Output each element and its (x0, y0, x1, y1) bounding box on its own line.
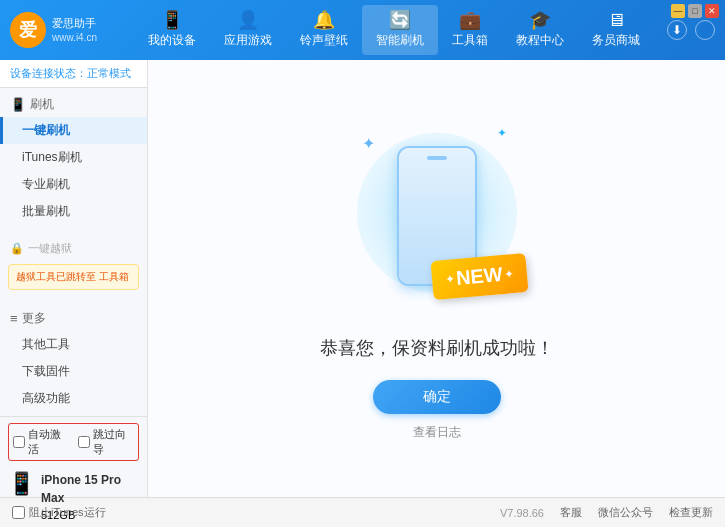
tutorial-icon: 🎓 (529, 11, 551, 29)
close-button[interactable]: ✕ (705, 4, 719, 18)
check-update-link[interactable]: 检查更新 (669, 505, 713, 520)
jailbreak-notice: 越狱工具已跳转至 工具箱 (8, 264, 139, 290)
more-section-header: ≡ 更多 (0, 306, 147, 331)
toolbox-icon: 💼 (459, 11, 481, 29)
version-label: V7.98.66 (500, 507, 544, 519)
apps-icon: 👤 (237, 11, 259, 29)
sidebar-item-download-firmware[interactable]: 下载固件 (0, 358, 147, 385)
service-icon: 🖥 (607, 11, 625, 29)
star-decoration-right: ✦ (497, 126, 507, 140)
download-button[interactable]: ⬇ (667, 20, 687, 40)
more-label: 更多 (22, 310, 46, 327)
content-area: ✦ ✦ NEW 恭喜您，保资料刷机成功啦！ 确定 查看日志 (148, 60, 725, 497)
window-controls: — □ ✕ (671, 4, 719, 18)
flash-section-label: 刷机 (30, 96, 54, 113)
main-container: 设备连接状态：正常模式 📱 刷机 一键刷机 iTunes刷机 专业刷机 批量刷机… (0, 60, 725, 497)
logo-text: 爱思助手 www.i4.cn (52, 16, 97, 43)
header-right: ⬇ 👤 (667, 20, 715, 40)
star-decoration-left: ✦ (362, 134, 375, 153)
auto-activate-checkbox[interactable]: 自动激活 (13, 427, 70, 457)
maximize-button[interactable]: □ (688, 4, 702, 18)
nav-label-service: 务员商城 (592, 32, 640, 49)
nav-item-apps-games[interactable]: 👤 应用游戏 (210, 5, 286, 55)
sidebar-item-itunes-flash[interactable]: iTunes刷机 (0, 144, 147, 171)
user-button[interactable]: 👤 (695, 20, 715, 40)
nav-label-ringtones: 铃声壁纸 (300, 32, 348, 49)
flash-icon: 🔄 (389, 11, 411, 29)
sidebar-item-pro-flash[interactable]: 专业刷机 (0, 171, 147, 198)
wechat-link[interactable]: 微信公众号 (598, 505, 653, 520)
confirm-button[interactable]: 确定 (373, 380, 501, 414)
more-section: ≡ 更多 其他工具 下载固件 高级功能 (0, 302, 147, 416)
header: 爱 爱思助手 www.i4.cn 📱 我的设备 👤 应用游戏 🔔 铃声壁纸 🔄 (0, 0, 725, 60)
nav-item-service[interactable]: 🖥 务员商城 (578, 5, 654, 55)
auto-detect-row: 自动激活 跳过向导 (8, 423, 139, 461)
nav-item-toolbox[interactable]: 💼 工具箱 (438, 5, 502, 55)
stop-itunes-input[interactable] (12, 506, 25, 519)
official-link[interactable]: 客服 (560, 505, 582, 520)
flash-section: 📱 刷机 一键刷机 iTunes刷机 专业刷机 批量刷机 (0, 88, 147, 229)
phone-notch (427, 156, 447, 160)
nav-label-tutorials: 教程中心 (516, 32, 564, 49)
nav-item-ringtones[interactable]: 🔔 铃声壁纸 (286, 5, 362, 55)
status-bar: 设备连接状态：正常模式 (0, 60, 147, 88)
flash-section-header: 📱 刷机 (0, 92, 147, 117)
more-icon: ≡ (10, 311, 18, 326)
nav-label-flash: 智能刷机 (376, 32, 424, 49)
sidebar-item-other-tools[interactable]: 其他工具 (0, 331, 147, 358)
device-name: iPhone 15 Pro Max (41, 471, 139, 507)
sidebar-item-one-click-flash[interactable]: 一键刷机 (0, 117, 147, 144)
lock-icon: 🔒 (10, 242, 24, 255)
device-type: iPhone (41, 524, 139, 528)
device-phone-icon: 📱 (8, 471, 35, 497)
footer-right: V7.98.66 客服 微信公众号 检查更新 (500, 505, 713, 520)
nav-label-my-device: 我的设备 (148, 32, 196, 49)
guided-activate-checkbox[interactable]: 跳过向导 (78, 427, 135, 457)
ringtone-icon: 🔔 (313, 11, 335, 29)
logo-icon: 爱 (10, 12, 46, 48)
new-badge: NEW (430, 253, 528, 300)
nav-label-apps: 应用游戏 (224, 32, 272, 49)
status-value: 正常模式 (87, 67, 131, 79)
minimize-button[interactable]: — (671, 4, 685, 18)
view-log-link[interactable]: 查看日志 (413, 424, 461, 441)
device-icon: 📱 (161, 11, 183, 29)
success-title: 恭喜您，保资料刷机成功啦！ (320, 336, 554, 360)
logo-area: 爱 爱思助手 www.i4.cn (10, 12, 120, 48)
success-illustration: ✦ ✦ NEW (337, 116, 537, 316)
stop-itunes-checkbox[interactable]: 阻止iTunes运行 (12, 505, 106, 520)
guided-activate-input[interactable] (78, 436, 90, 448)
sidebar: 设备连接状态：正常模式 📱 刷机 一键刷机 iTunes刷机 专业刷机 批量刷机… (0, 60, 148, 497)
nav-item-my-device[interactable]: 📱 我的设备 (134, 5, 210, 55)
sidebar-item-batch-flash[interactable]: 批量刷机 (0, 198, 147, 225)
flash-section-icon: 📱 (10, 97, 26, 112)
nav-label-toolbox: 工具箱 (452, 32, 488, 49)
nav-item-smart-flash[interactable]: 🔄 智能刷机 (362, 5, 438, 55)
stop-itunes-label: 阻止iTunes运行 (29, 505, 106, 520)
nav-item-tutorials[interactable]: 🎓 教程中心 (502, 5, 578, 55)
disabled-jailbreak: 🔒 一键越狱 (0, 237, 147, 260)
footer-left: 阻止iTunes运行 (12, 505, 106, 520)
sidebar-item-advanced[interactable]: 高级功能 (0, 385, 147, 412)
status-label: 设备连接状态： (10, 67, 87, 79)
auto-activate-input[interactable] (13, 436, 25, 448)
nav-bar: 📱 我的设备 👤 应用游戏 🔔 铃声壁纸 🔄 智能刷机 💼 工具箱 🎓 (120, 5, 667, 55)
